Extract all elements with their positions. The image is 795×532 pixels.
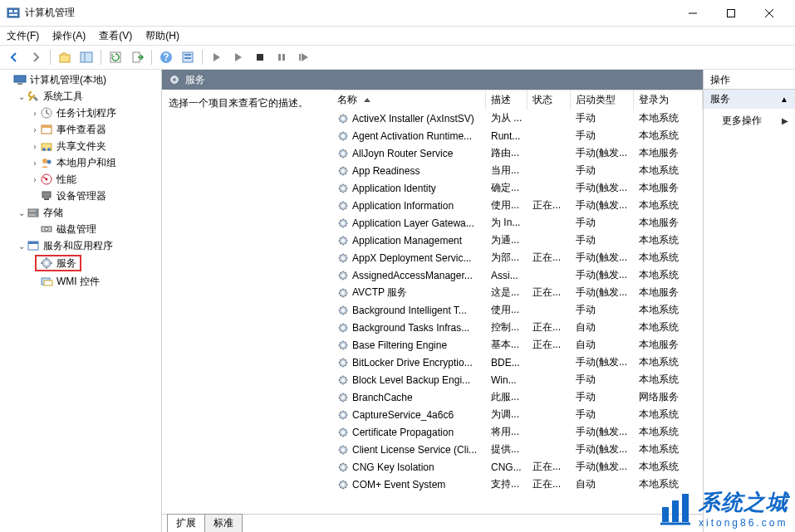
- service-row[interactable]: AllJoyn Router Service路由...手动(触发...本地服务: [332, 144, 703, 162]
- svg-rect-43: [28, 242, 38, 244]
- cell-startup: 手动: [571, 373, 634, 387]
- tree-disk-management[interactable]: 磁盘管理: [27, 221, 161, 237]
- gear-icon: [337, 427, 349, 438]
- service-name-text: Application Management: [352, 235, 462, 246]
- up-level-button[interactable]: [56, 48, 74, 66]
- svg-point-235: [341, 431, 345, 434]
- media-restart-button[interactable]: [294, 48, 312, 66]
- tree-services[interactable]: 服务: [35, 255, 81, 271]
- tree-shared-folders[interactable]: ›共享文件夹: [27, 138, 161, 154]
- menu-action[interactable]: 操作(A): [52, 29, 86, 43]
- col-logon[interactable]: 登录为: [634, 90, 703, 110]
- svg-point-205: [341, 378, 345, 382]
- media-play2-button[interactable]: [229, 48, 248, 66]
- service-row[interactable]: Base Filtering Engine基本...正在...自动本地服务: [332, 336, 703, 354]
- tree-storage[interactable]: ⌄ 存储: [13, 204, 161, 221]
- close-button[interactable]: [750, 1, 788, 26]
- tree-label: WMI 控件: [56, 275, 100, 289]
- service-row[interactable]: AVCTP 服务这是...正在...手动(触发...本地服务: [332, 284, 703, 301]
- service-row[interactable]: BitLocker Drive Encryptio...BDE...手动(触发.…: [332, 354, 703, 371]
- service-row[interactable]: COM+ Event System支持...正在...自动本地系统: [332, 476, 703, 493]
- menu-file[interactable]: 文件(F): [7, 29, 39, 43]
- service-row[interactable]: Application Layer Gatewa...为 In...手动本地服务: [332, 214, 703, 232]
- menu-help[interactable]: 帮助(H): [145, 29, 179, 43]
- service-row[interactable]: App Readiness当用...手动本地系统: [332, 162, 703, 179]
- cell-startup: 自动: [571, 338, 634, 352]
- cell-desc: Runt...: [486, 130, 528, 142]
- cell-name: Block Level Backup Engi...: [332, 374, 486, 386]
- tree-local-users[interactable]: ›本地用户和组: [27, 154, 161, 171]
- service-name-text: Client License Service (Cli...: [352, 444, 477, 456]
- service-row[interactable]: Application Information使用...正在...手动(触发..…: [332, 197, 703, 214]
- service-row[interactable]: Background Intelligent T...使用...手动本地系统: [332, 301, 703, 319]
- col-desc[interactable]: 描述: [486, 90, 528, 110]
- service-row[interactable]: ActiveX Installer (AxInstSV)为从 ...手动本地系统: [332, 110, 703, 127]
- cell-startup: 手动(触发...: [571, 355, 634, 369]
- svg-point-75: [341, 152, 345, 155]
- tree-event-viewer[interactable]: ›事件查看器: [27, 121, 161, 138]
- tree-services-apps[interactable]: ⌄ 服务和应用程序: [13, 237, 161, 254]
- svg-point-195: [341, 361, 345, 364]
- maximize-button[interactable]: [712, 1, 750, 26]
- service-row[interactable]: CNG Key IsolationCNG...正在...手动(触发...本地系统: [332, 458, 703, 476]
- service-row[interactable]: Certificate Propagation将用...手动(触发...本地系统: [332, 423, 703, 441]
- cell-logon: 本地服务: [634, 216, 690, 230]
- event-icon: [40, 123, 53, 136]
- gear-icon: [337, 461, 349, 473]
- minimize-button[interactable]: [674, 1, 712, 26]
- menu-view[interactable]: 查看(V): [99, 29, 132, 43]
- navigation-tree[interactable]: 计算机管理(本地) ⌄ 系统工具 ›任务计划程序 ›事件查看器 ›共享文件夹 ›…: [0, 70, 162, 532]
- cell-desc: 基本...: [486, 338, 528, 352]
- svg-point-53: [173, 78, 176, 81]
- cell-startup: 手动(触发...: [571, 268, 634, 282]
- svg-text:?: ?: [163, 51, 169, 63]
- service-row[interactable]: CaptureService_4a6c6为调...手动本地系统: [332, 406, 703, 423]
- service-row[interactable]: Application Identity确定...手动(触发...本地服务: [332, 179, 703, 197]
- svg-point-41: [45, 227, 48, 231]
- media-play-button[interactable]: [208, 48, 226, 66]
- performance-icon: [40, 173, 53, 186]
- show-hide-tree-button[interactable]: [77, 48, 96, 66]
- tree-root[interactable]: 计算机管理(本地): [0, 71, 161, 88]
- cell-status: 正在...: [528, 477, 571, 491]
- cell-logon: 本地系统: [634, 477, 690, 491]
- refresh-button[interactable]: [106, 48, 125, 66]
- service-name-text: AllJoyn Router Service: [352, 148, 453, 159]
- svg-point-28: [42, 148, 46, 151]
- services-rows[interactable]: ActiveX Installer (AxInstSV)为从 ...手动本地系统…: [332, 110, 703, 514]
- nav-back-button[interactable]: [5, 48, 23, 66]
- tree-task-scheduler[interactable]: ›任务计划程序: [27, 105, 161, 121]
- service-row[interactable]: Background Tasks Infras...控制...正在...自动本地…: [332, 319, 703, 336]
- actions-section-services[interactable]: 服务 ▲: [704, 90, 795, 109]
- col-status[interactable]: 状态: [528, 90, 571, 110]
- tab-extended[interactable]: 扩展: [167, 514, 205, 532]
- service-row[interactable]: Agent Activation Runtime...Runt...手动本地系统: [332, 127, 703, 144]
- service-row[interactable]: Block Level Backup Engi...Win...手动本地系统: [332, 371, 703, 388]
- actions-more[interactable]: 更多操作 ▶: [704, 109, 795, 133]
- service-row[interactable]: AppX Deployment Servic...为部...正在...手动(触发…: [332, 249, 703, 266]
- actions-pane: 操作 服务 ▲ 更多操作 ▶: [704, 70, 795, 532]
- tree-device-manager[interactable]: 设备管理器: [27, 188, 161, 204]
- service-row[interactable]: BranchCache此服...手动网络服务: [332, 388, 703, 406]
- svg-point-145: [341, 274, 345, 277]
- col-startup[interactable]: 启动类型: [571, 90, 634, 110]
- tree-wmi[interactable]: WMI 控件: [27, 273, 161, 290]
- col-name[interactable]: 名称: [332, 90, 486, 110]
- service-row[interactable]: Client License Service (Cli...提供...手动(触发…: [332, 441, 703, 458]
- device-icon: [40, 189, 53, 203]
- media-stop-button[interactable]: [251, 48, 269, 66]
- media-pause-button[interactable]: [272, 48, 291, 66]
- export-list-button[interactable]: [128, 48, 146, 66]
- svg-point-33: [46, 178, 48, 181]
- cell-logon: 本地系统: [634, 303, 690, 317]
- gear-icon: [337, 374, 349, 386]
- nav-forward-button[interactable]: [27, 48, 45, 66]
- service-row[interactable]: AssignedAccessManager...Assi...手动(触发...本…: [332, 266, 703, 284]
- properties-button[interactable]: [179, 48, 197, 66]
- service-row[interactable]: Application Management为通...手动本地系统: [332, 232, 703, 249]
- tree-performance[interactable]: ›性能: [27, 171, 161, 188]
- tree-system-tools[interactable]: ⌄ 系统工具: [13, 88, 161, 105]
- services-header: 服务: [162, 70, 703, 90]
- help-button[interactable]: ?: [157, 48, 175, 66]
- tab-standard[interactable]: 标准: [204, 514, 243, 532]
